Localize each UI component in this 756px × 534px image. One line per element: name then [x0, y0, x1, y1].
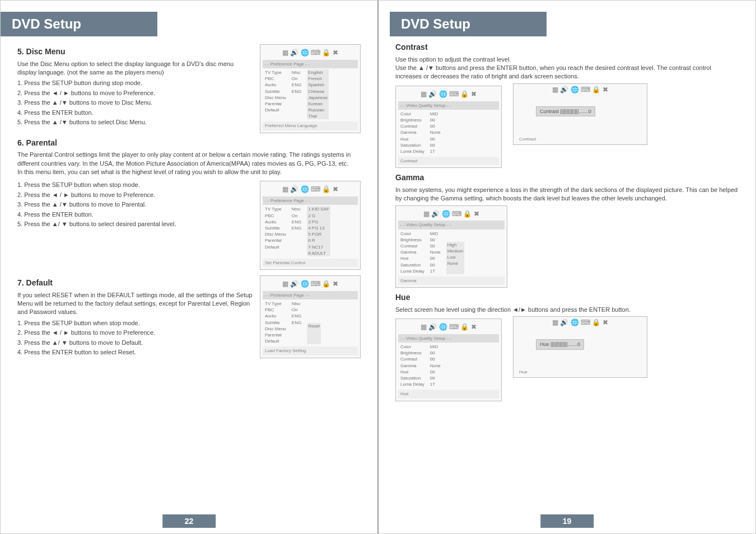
osd-val: 00: [430, 117, 441, 123]
hue-desc: Select screen hue level using the direct…: [395, 306, 739, 314]
page-19: DVD Setup Contrast Use this option to ad…: [378, 0, 756, 534]
osd-footer: Preferred Menu Language: [263, 121, 358, 130]
osd-item: Parental: [265, 332, 286, 338]
osd-item: TV Type: [265, 69, 286, 76]
osd-val: 00: [430, 237, 441, 243]
osd-item: Subtitle: [265, 225, 286, 231]
step: 4. Press the ENTER button.: [17, 109, 254, 117]
step: 1. Press the SETUP button when stop mode…: [17, 319, 254, 327]
sec6-steps: 1. Press the SETUP button when stop mode…: [17, 181, 254, 228]
osd-opt: Korean: [308, 101, 328, 107]
step: 5. Press the ▲ /▼ buttons to select Disc…: [17, 118, 254, 127]
osd-val: 00: [430, 255, 441, 261]
osd-val: 00: [430, 356, 441, 362]
hue-slider: Hue |||||||||||||.......0: [536, 339, 584, 350]
osd-opt: 2 G: [308, 213, 329, 219]
osd-val: 1T: [430, 268, 441, 274]
step: 2. Press the ◄ / ► buttons to move to Pr…: [17, 329, 254, 337]
osd-val: ENG: [292, 225, 301, 231]
sec7-steps: 1. Press the SETUP button when stop mode…: [17, 319, 254, 357]
step: 3. Press the ▲ /▼ buttons to move to Par…: [17, 200, 254, 209]
page-number: 22: [162, 514, 216, 528]
sec5-steps: 1. Press the SETUP button during stop mo…: [17, 79, 254, 127]
osd-val: Ntsc: [292, 206, 301, 212]
step: 1. Press the SETUP button when stop mode…: [17, 181, 254, 189]
osd-item: Contrast: [400, 243, 424, 249]
step: 2. Press the ◄ / ► buttons to move to Pr…: [17, 89, 254, 97]
osd-item: Luma Delay: [400, 268, 424, 274]
osd-icons: ▦ 🔊 🌐 ⌨ 🔒 ✖: [514, 317, 647, 329]
osd-val: None: [430, 129, 441, 135]
osd-val: 00: [430, 375, 441, 381]
osd-item: Disc Menu: [265, 231, 286, 237]
osd-opt: English: [308, 69, 328, 76]
contrast-slider: Contrast ||||||||||||||.......0: [536, 106, 595, 117]
sec7-desc: If you select RESET when in the DEFAULT …: [17, 291, 254, 317]
osd-val: ENG: [292, 219, 301, 225]
sec6-desc2: In this menu item, you can set what is t…: [17, 168, 361, 176]
osd-item: PBC: [265, 76, 286, 82]
hue-title: Hue: [395, 292, 739, 303]
osd-opt: 7 NC17: [308, 244, 329, 250]
sec7-title: 7. Default: [17, 278, 254, 289]
osd-item: Audio: [265, 82, 286, 88]
osd-val: ENG: [292, 313, 301, 319]
osd-title: - - Video Quality Setup - -: [398, 221, 505, 229]
osd-item: Default: [265, 107, 286, 113]
osd-val: ENG: [292, 82, 301, 88]
gamma-desc: In some systems, you might experience a …: [395, 186, 739, 203]
osd-val: On: [292, 76, 301, 82]
osd-item: Saturation: [400, 262, 424, 268]
osd-title: - - Preference Page - -: [263, 291, 358, 299]
osd-item: Audio: [265, 313, 286, 319]
osd-item: Gamma: [400, 129, 424, 135]
osd-item: Audio: [265, 219, 286, 225]
osd-item: Luma Delay: [400, 148, 424, 154]
osd-item: Default: [265, 244, 286, 250]
step: 4. Press the ENTER button.: [17, 210, 254, 219]
osd-item: Luma Delay: [400, 381, 424, 387]
osd-footer: Set Parental Control: [263, 259, 358, 267]
osd-val: 00: [430, 369, 441, 375]
osd-item: Color: [400, 231, 424, 237]
osd-item: Subtitle: [265, 88, 286, 95]
osd-opt: Medium: [447, 248, 463, 254]
osd-val: Ntsc: [292, 69, 301, 76]
osd-opt: 3 PG: [308, 219, 329, 225]
osd-item: Saturation: [400, 142, 424, 148]
osd-icons: ▦ 🔊 🌐 ⌨ 🔒 ✖: [514, 84, 647, 96]
osd-val: ENG: [292, 320, 301, 326]
slider-footer: Contrast: [519, 136, 536, 142]
osd-item: Gamma: [400, 249, 424, 255]
osd-item: Subtitle: [265, 320, 286, 326]
osd-icons: ▦ 🔊 🌐 ⌨ 🔒 ✖: [263, 47, 358, 59]
osd-item: TV Type: [265, 206, 286, 212]
osd-opt: Russian: [308, 107, 328, 113]
osd-icons: ▦ 🔊 🌐 ⌨ 🔒 ✖: [263, 278, 358, 290]
osd-item: Color: [400, 344, 424, 350]
osd-val: 00: [430, 142, 441, 148]
osd-val: None: [430, 249, 441, 255]
osd-opt: Japanese: [308, 95, 328, 101]
osd-item: Parental: [265, 101, 286, 107]
osd-item: PBC: [265, 213, 286, 219]
sec6-desc1: The Parental Control settings limit the …: [17, 151, 361, 168]
osd-val: 1T: [430, 148, 441, 154]
gamma-title: Gamma: [395, 172, 739, 184]
osd-item: Contrast: [400, 356, 424, 362]
osd-val: 00: [430, 350, 441, 356]
osd-val: 00: [430, 123, 441, 129]
osd-item: Color: [400, 111, 424, 117]
page-number: 19: [540, 514, 594, 528]
osd-title: - - Video Quality Setup - -: [398, 334, 499, 343]
osd-icons: ▦ 🔊 🌐 ⌨ 🔒 ✖: [398, 208, 505, 220]
osd-opt: None: [447, 260, 463, 266]
osd-item: Disc Menu: [265, 95, 286, 101]
osd-opt: High: [447, 242, 463, 248]
osd-val: On: [292, 213, 301, 219]
banner-right: DVD Setup: [390, 12, 547, 36]
osd-parental: ▦ 🔊 🌐 ⌨ 🔒 ✖ - - Preference Page - - TV T…: [260, 181, 361, 270]
osd-val: ENG: [292, 88, 301, 95]
osd-disc-menu: ▦ 🔊 🌐 ⌨ 🔒 ✖ - - Preference Page - - TV T…: [260, 44, 361, 133]
step: 2. Press the ◄ / ► buttons to move to Pr…: [17, 191, 254, 199]
